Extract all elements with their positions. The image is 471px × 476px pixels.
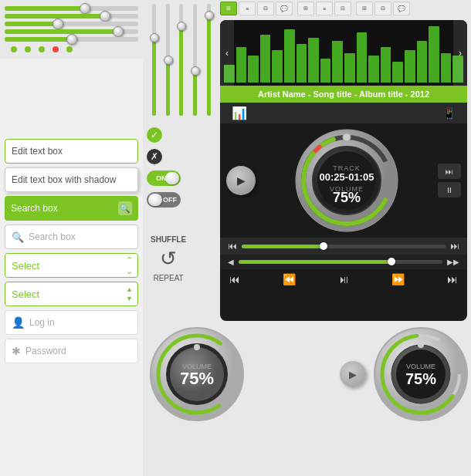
slider-row-5: [5, 37, 138, 42]
msg-icon-btn-2[interactable]: 💬: [393, 2, 410, 15]
list-icon-btn-1[interactable]: ≡: [239, 2, 256, 15]
toggle-on-label: ON: [151, 174, 167, 182]
eq-bar-6: [284, 29, 295, 83]
search-inactive-icon: 🔍: [12, 231, 24, 243]
slider-track-2[interactable]: [5, 14, 138, 19]
eq-bar-2: [236, 47, 247, 83]
select-arrows-2[interactable]: ▲▼: [126, 285, 133, 302]
svg-text:75%: 75%: [333, 190, 361, 205]
pause-btn[interactable]: ⏸: [438, 182, 461, 197]
toggle-knob-off: [148, 194, 162, 206]
grid-icon-btn-3[interactable]: ⊞: [356, 2, 373, 15]
v-slider-1: [149, 4, 159, 116]
eq-nav-left[interactable]: ‹: [220, 20, 234, 86]
bottom-play-btn[interactable]: ▶: [340, 361, 366, 387]
bar-chart-icon[interactable]: 📊: [232, 106, 247, 120]
edit-text-field-2[interactable]: Edit text box with shadow: [5, 167, 138, 192]
password-placeholder: Password: [25, 346, 66, 356]
indicator-dot-1: [11, 46, 17, 52]
eq-bar-9: [320, 59, 331, 83]
login-field[interactable]: 👤 Log in: [5, 310, 138, 335]
search-label: Search box: [11, 203, 58, 214]
vertical-sliders-section: [143, 0, 220, 120]
slider-track-1[interactable]: [5, 6, 138, 11]
vol-down-icon[interactable]: ◀: [228, 258, 234, 266]
equalizer-display: ‹ ›: [220, 20, 467, 86]
player-icons-row: 📊 📱: [220, 103, 467, 123]
skip-back-icon[interactable]: ⏮: [228, 241, 237, 252]
toggle-off[interactable]: OFF: [147, 192, 181, 208]
v-slider-4: [190, 4, 200, 116]
grid2-icon-btn-1[interactable]: ⊟: [257, 2, 274, 15]
edit-text-label-1: Edit text box: [12, 146, 63, 157]
v-track-1[interactable]: [152, 4, 156, 116]
artist-banner: Artist Name - Song title - Album title -…: [220, 86, 467, 103]
vol-up-icon[interactable]: ▶▶: [447, 258, 459, 266]
edit-text-field-1[interactable]: Edit text box: [5, 139, 138, 164]
grid2-icon-btn-2[interactable]: ⊟: [334, 2, 351, 15]
svg-text:75%: 75%: [405, 370, 436, 387]
toggle-row-off: OFF: [147, 192, 181, 208]
skip-fwd-btn-bottom[interactable]: ⏩: [391, 273, 405, 285]
toggle-check-on[interactable]: ✓: [147, 127, 162, 143]
msg-icon-btn-1[interactable]: 💬: [276, 2, 293, 15]
search-field[interactable]: Search box 🔍: [5, 196, 138, 221]
next-btn[interactable]: ⏭: [447, 273, 458, 285]
v-slider-5: [204, 4, 214, 116]
toggle-row-x: ✗: [147, 149, 181, 164]
svg-point-23: [418, 342, 424, 348]
icon-group-3: ⊞ ⊟ 💬: [356, 2, 410, 15]
eq-bar-19: [441, 53, 452, 83]
right-panel: ⊞ ≡ ⊟ 💬 ⊞ ≡ ⊟ ⊞ ⊟ 💬: [220, 0, 471, 332]
list-icon-btn-3[interactable]: ⊟: [374, 2, 391, 15]
list-icon-btn-2[interactable]: ≡: [316, 2, 333, 15]
eq-nav-right[interactable]: ›: [453, 20, 467, 86]
search-inactive-field[interactable]: 🔍 Search box: [5, 224, 138, 249]
skip-back-btn[interactable]: ⏪: [283, 273, 296, 285]
bottom-volume-knob-right[interactable]: VOLUME 75%: [371, 324, 471, 424]
indicator-dot-3: [39, 46, 45, 52]
v-track-2[interactable]: [166, 4, 170, 116]
select-label-2: Select: [12, 289, 39, 300]
eq-bar-16: [405, 50, 415, 83]
volume-knob-svg-left[interactable]: VOLUME 75%: [147, 324, 247, 424]
toggle-check-off[interactable]: ✗: [147, 149, 162, 164]
eq-bar-17: [417, 41, 428, 83]
repeat-icon[interactable]: ↺: [151, 247, 186, 271]
login-placeholder: Log in: [29, 317, 55, 328]
bottom-volume-left: VOLUME 75%: [147, 324, 247, 427]
phone-icon[interactable]: 📱: [442, 107, 456, 120]
skip-fwd-btn[interactable]: ⏭: [438, 164, 461, 179]
v-track-3[interactable]: [179, 4, 183, 116]
play-btn-bottom[interactable]: ⏯: [338, 273, 349, 285]
play-button[interactable]: ▶: [226, 166, 256, 195]
slider-track-5[interactable]: [5, 37, 138, 42]
toggle-off-label: OFF: [163, 196, 177, 204]
skip-fwd-icon[interactable]: ⏭: [450, 241, 459, 252]
v-slider-2: [163, 4, 173, 116]
search-icon[interactable]: 🔍: [118, 201, 132, 215]
icon-group-2: ⊞ ≡ ⊟: [297, 2, 351, 15]
select-arrows-1[interactable]: ⌃⌄: [126, 255, 133, 276]
volume-track[interactable]: [239, 260, 442, 264]
select-label-1: Select: [12, 260, 39, 272]
eq-bar-10: [332, 41, 343, 83]
prev-btn[interactable]: ⏮: [229, 273, 240, 285]
toggle-row-check: ✓: [147, 127, 181, 143]
grid-icon-btn-2[interactable]: ⊞: [297, 2, 314, 15]
music-player-box: ‹ › Artist Name - Song title - Album tit…: [220, 20, 467, 321]
v-track-4[interactable]: [193, 4, 197, 116]
select-field-2[interactable]: Select ▲▼: [5, 282, 138, 306]
v-track-5[interactable]: [207, 4, 211, 116]
password-field[interactable]: ✱ Password: [5, 339, 138, 363]
indicator-dot-2: [25, 46, 31, 52]
toggle-on[interactable]: ON: [147, 170, 181, 186]
select-field-1[interactable]: Select ⌃⌄: [5, 253, 138, 278]
form-elements: Edit text box Edit text box with shadow …: [0, 136, 143, 370]
user-icon: 👤: [12, 316, 25, 329]
eq-bar-13: [368, 56, 379, 83]
progress-track-1[interactable]: [242, 245, 446, 248]
grid-icon-btn-1[interactable]: ⊞: [220, 2, 237, 15]
eq-bar-11: [344, 53, 355, 83]
circular-knob-svg[interactable]: TRACK 00:25-01:05 VOLUME 75%: [293, 127, 401, 235]
